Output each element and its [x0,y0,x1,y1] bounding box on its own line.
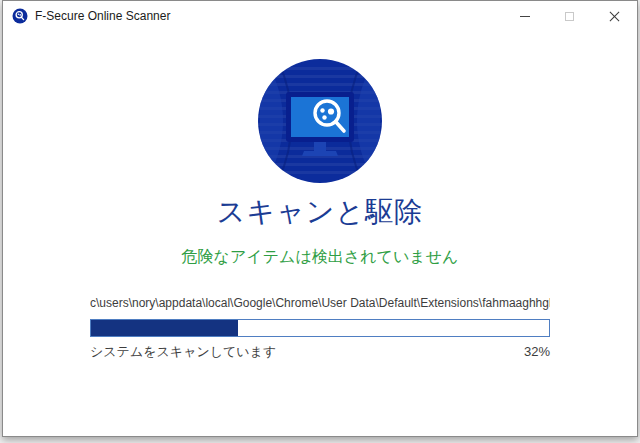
title-bar: F-Secure Online Scanner [3,1,637,31]
close-icon [609,11,620,22]
page-title: スキャンと駆除 [3,193,637,231]
progress-status-label: システムをスキャンしています [90,343,276,361]
main-content: スキャンと駆除 危険なアイテムは検出されていません c\users\nory\a… [3,31,637,361]
status-row: システムをスキャンしています 32% [90,343,550,361]
minimize-icon [520,16,530,17]
minimize-button[interactable] [502,1,547,31]
app-window: F-Secure Online Scanner [2,0,638,437]
scan-result-message: 危険なアイテムは検出されていません [3,247,637,268]
scanner-monitor-icon [258,59,382,183]
progress-bar [90,319,550,337]
maximize-icon [565,12,574,21]
app-logo-icon [12,8,28,24]
maximize-button[interactable] [547,1,592,31]
current-file-path: c\users\nory\appdata\local\Google\Chrome… [90,296,550,310]
progress-percent-value: 32% [524,344,550,359]
scan-progress-section: c\users\nory\appdata\local\Google\Chrome… [90,296,550,361]
window-title: F-Secure Online Scanner [35,9,170,23]
close-button[interactable] [592,1,637,31]
progress-bar-fill [91,320,238,336]
scan-illustration [258,59,382,187]
